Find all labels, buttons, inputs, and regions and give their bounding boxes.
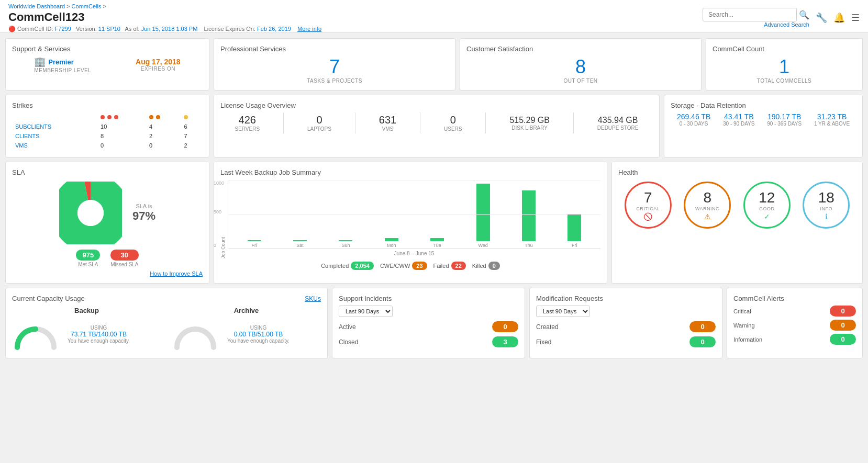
- csat-title: Customer Satisfaction: [466, 45, 695, 53]
- license-title: License Usage Overview: [220, 101, 653, 109]
- active-value: 0: [492, 321, 518, 332]
- support-incidents-title: Support Incidents: [339, 295, 518, 302]
- breadcrumb-commcells[interactable]: CommCells: [72, 3, 102, 9]
- critical-alert-value: 0: [830, 306, 856, 317]
- row-1: Support & Services 🏢 Premier MEMBERSHIP …: [5, 38, 863, 91]
- fixed-value: 0: [689, 336, 716, 347]
- storage-0-30: 269.46 TB 0 - 30 DAYS: [677, 112, 710, 127]
- row-3: SLA SLA is 97% 975 Met SLA: [5, 162, 863, 284]
- sla-is-label: SLA is: [132, 203, 155, 209]
- warning-alert-label: Warning: [733, 322, 755, 329]
- critical-value: 7: [644, 189, 652, 206]
- improve-sla-link[interactable]: How to Improve SLA: [12, 270, 203, 277]
- incidents-inner: Active 0 Closed 3: [339, 321, 518, 347]
- bar-fri-2: Fri: [553, 214, 596, 248]
- critical-icon: 🚫: [643, 212, 652, 221]
- card-capacity: Current Capacity Usage SKUs Backup USING: [5, 288, 328, 358]
- health-warning[interactable]: 8 WARNING ⚠: [684, 182, 731, 229]
- support-services-title: Support & Services: [12, 45, 203, 53]
- critical-alert-label: Critical: [733, 308, 751, 314]
- closed-incident-row: Closed 3: [339, 336, 518, 347]
- csat-label: OUT OF TEN: [466, 78, 695, 84]
- sla-badges: 975 Met SLA 30 Missed SLA: [12, 250, 203, 267]
- backup-label: Backup: [12, 307, 161, 314]
- archive-gauge: [172, 319, 219, 350]
- support-incidents-dropdown[interactable]: Last 90 Days Last 30 Days Last 7 Days: [339, 306, 393, 317]
- row-4: Current Capacity Usage SKUs Backup USING: [5, 288, 863, 358]
- backup-using-value: 73.71 TB/140.00 TB: [68, 331, 130, 338]
- notifications-icon[interactable]: 🔔: [833, 12, 845, 24]
- warning-ring: 8 WARNING ⚠: [684, 182, 731, 229]
- active-incident-row: Active 0: [339, 321, 518, 332]
- dot-orange-2: [156, 115, 160, 119]
- archive-using-value: 0.00 TB/51.00 TB: [227, 331, 290, 338]
- legend-failed: Failed 22: [433, 262, 466, 270]
- advanced-search-link[interactable]: Advanced Search: [764, 21, 809, 28]
- prof-services-label: TASKS & PROJECTS: [220, 78, 449, 84]
- archive-label: Archive: [172, 307, 321, 314]
- good-value: 12: [759, 189, 775, 206]
- chart-bars-container: 1000 500 0 Fri: [228, 180, 600, 249]
- search-area: 🔍 Advanced Search: [703, 8, 809, 28]
- backup-note: You have enough capacity.: [68, 338, 130, 344]
- chart-legend: Completed 2,054 CWE/CWW 23 Failed 22 Kil…: [220, 262, 600, 270]
- good-ring: 12 GOOD ✓: [743, 182, 791, 229]
- mod-requests-inner: Created 0 Fixed 0: [536, 321, 716, 347]
- card-mod-requests: Modification Requests Last 90 Days Last …: [529, 288, 722, 358]
- commcell-count-value[interactable]: 1: [713, 56, 856, 78]
- dashboard: Support & Services 🏢 Premier MEMBERSHIP …: [0, 33, 868, 364]
- header-nav: Worldwide Dashboard > CommCells > CommCe…: [8, 3, 860, 32]
- legend-cwe: CWE/CWW 23: [380, 262, 427, 270]
- closed-label: Closed: [339, 338, 358, 346]
- bar-sun: Sun: [324, 240, 368, 248]
- backup-capacity: Backup USING 73.71 TB/140.00 TB You have…: [12, 307, 161, 350]
- dot-orange-1: [149, 115, 153, 119]
- sla-title: SLA: [12, 168, 203, 176]
- mod-requests-title: Modification Requests: [536, 295, 716, 302]
- created-label: Created: [536, 323, 559, 331]
- search-input[interactable]: [703, 8, 797, 21]
- met-sla-label: Met SLA: [76, 262, 100, 267]
- info-ring: 18 INFO ℹ: [803, 182, 850, 229]
- search-icon[interactable]: 🔍: [799, 10, 809, 20]
- membership-item: 🏢 Premier MEMBERSHIP LEVEL: [34, 56, 91, 73]
- sla-pie-chart: [59, 182, 122, 244]
- card-professional-services: Professional Services 7 TASKS & PROJECTS: [214, 38, 455, 91]
- storage-inner: 269.46 TB 0 - 30 DAYS 43.41 TB 30 - 90 D…: [671, 112, 856, 127]
- divider: [355, 112, 355, 133]
- active-label: Active: [339, 323, 356, 331]
- divider: [420, 112, 420, 133]
- bar-thu: Thu: [507, 190, 550, 248]
- prof-services-title: Professional Services: [220, 45, 449, 53]
- bar-fri-1: Fri: [232, 240, 276, 248]
- license-vms: 631 VMs: [374, 114, 402, 132]
- header-top: Worldwide Dashboard > CommCells > CommCe…: [0, 0, 868, 33]
- storage-30-90: 43.41 TB 30 - 90 DAYS: [723, 112, 754, 127]
- created-row: Created 0: [536, 321, 716, 332]
- divider: [485, 112, 486, 133]
- more-info-link[interactable]: More info: [297, 26, 321, 32]
- expires-label: EXPIRES ON: [136, 66, 181, 72]
- premier-icon: 🏢: [34, 56, 46, 67]
- skus-link[interactable]: SKUs: [305, 295, 321, 302]
- tools-icon[interactable]: 🔧: [816, 12, 827, 24]
- health-critical[interactable]: 7 CRITICAL 🚫: [625, 182, 672, 229]
- warning-alert-row: Warning 0: [733, 320, 856, 331]
- alerts-inner: Critical 0 Warning 0 Information 0: [733, 306, 856, 345]
- mod-requests-dropdown[interactable]: Last 90 Days Last 30 Days Last 7 Days: [536, 306, 590, 317]
- warning-icon: ⚠: [704, 212, 711, 221]
- missed-sla-badge: 30 Missed SLA: [110, 250, 138, 267]
- card-customer-satisfaction: Customer Satisfaction 8 OUT OF TEN: [460, 38, 702, 91]
- critical-alert-row: Critical 0: [733, 306, 856, 317]
- license-disk: 515.29 GB DISK LIBRARY: [504, 116, 555, 131]
- health-good[interactable]: 12 GOOD ✓: [743, 182, 791, 229]
- menu-icon[interactable]: ☰: [851, 12, 860, 24]
- health-info[interactable]: 18 INFO ℹ: [803, 182, 850, 229]
- bar-mon: Mon: [370, 238, 413, 248]
- good-icon: ✓: [764, 212, 770, 221]
- prof-services-value[interactable]: 7: [220, 56, 449, 78]
- dot-red-1: [101, 115, 105, 119]
- breadcrumb-worldwide[interactable]: Worldwide Dashboard: [8, 3, 65, 9]
- table-row: SUBCLIENTS 10 4 6: [13, 122, 202, 131]
- legend-killed: Killed 0: [472, 262, 500, 270]
